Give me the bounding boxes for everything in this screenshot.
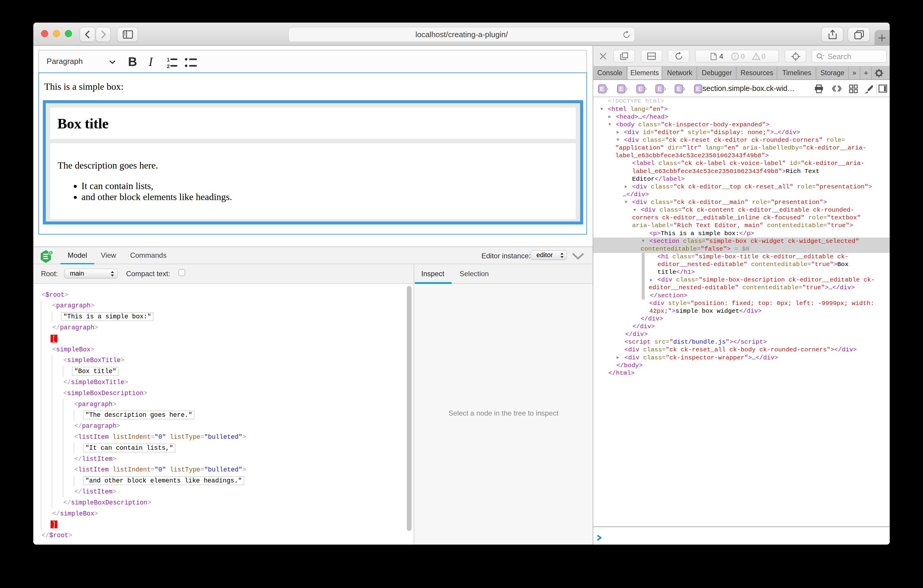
svg-text:!: ! [734,54,736,59]
svg-text:1: 1 [167,57,170,63]
svg-text:!: ! [755,54,757,59]
svg-text:2: 2 [167,63,170,69]
svg-text:5: 5 [50,251,52,255]
